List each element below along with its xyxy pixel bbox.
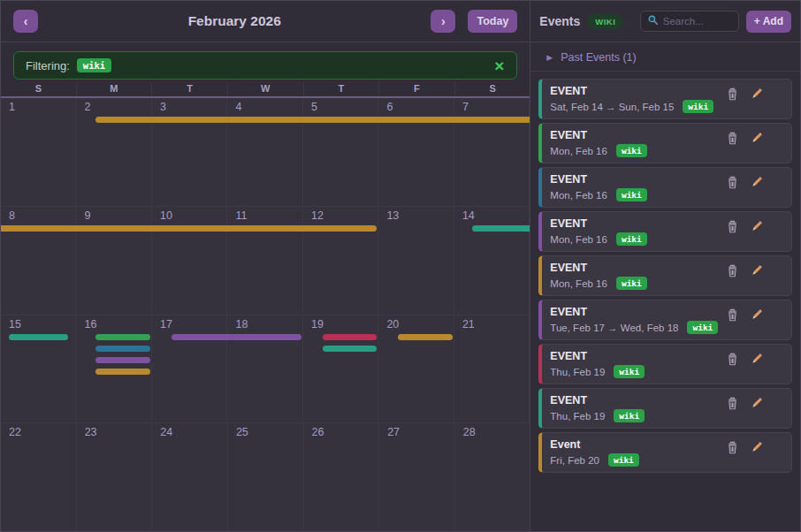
event-tag-chip: wiki — [616, 277, 647, 290]
event-bar[interactable] — [172, 334, 301, 340]
day-cell[interactable]: 26 — [304, 423, 380, 531]
day-cell[interactable]: 8 — [1, 207, 76, 315]
event-bar[interactable] — [323, 346, 377, 352]
day-cell[interactable]: 11 — [227, 207, 302, 315]
event-card[interactable]: EVENT Thu, Feb 19 wiki — [538, 388, 792, 429]
delete-event-icon[interactable] — [726, 176, 739, 189]
event-bar[interactable] — [95, 346, 150, 352]
edit-event-icon[interactable] — [750, 264, 763, 277]
event-bar[interactable] — [472, 225, 530, 232]
day-cell[interactable]: 18 — [227, 315, 302, 423]
filter-tag-chip[interactable]: wiki — [77, 58, 111, 72]
event-card[interactable]: EVENT Sat, Feb 14 → Sun, Feb 15 wiki — [538, 79, 792, 119]
edit-event-icon[interactable] — [750, 308, 763, 322]
event-card[interactable]: EVENT Mon, Feb 16 wiki — [538, 123, 792, 163]
event-list: EVENT Sat, Feb 14 → Sun, Feb 15 wiki EVE… — [530, 72, 800, 531]
day-cell[interactable]: 20 — [378, 315, 454, 423]
weekday-label: T — [304, 82, 380, 96]
day-cell[interactable]: 1 — [1, 98, 76, 206]
day-number: 26 — [304, 423, 379, 438]
event-card-body: EVENT Mon, Feb 16 wiki — [550, 129, 726, 157]
delete-event-icon[interactable] — [726, 397, 739, 410]
edit-event-icon[interactable] — [750, 441, 763, 454]
event-card[interactable]: EVENT Thu, Feb 19 wiki — [538, 344, 792, 384]
sidebar-header: Events WIKI + Add — [530, 1, 800, 42]
event-card[interactable]: EVENT Mon, Feb 16 wiki — [538, 255, 792, 296]
search-input[interactable] — [663, 16, 732, 27]
edit-event-icon[interactable] — [750, 397, 763, 410]
day-cell[interactable]: 17 — [152, 315, 227, 423]
add-event-button[interactable]: + Add — [746, 11, 791, 33]
day-cell[interactable]: 5 — [303, 98, 378, 206]
prev-month-button[interactable]: ‹ — [13, 10, 38, 33]
event-date: Tue, Feb 17 → Wed, Feb 18 — [550, 323, 678, 333]
event-card[interactable]: EVENT Mon, Feb 16 wiki — [538, 211, 792, 252]
day-number: 25 — [228, 423, 303, 438]
event-bar[interactable] — [9, 334, 68, 340]
day-cell[interactable]: 4 — [227, 98, 302, 206]
edit-event-icon[interactable] — [750, 353, 763, 366]
day-cell[interactable]: 25 — [228, 423, 304, 531]
event-card-body: EVENT Mon, Feb 16 wiki — [550, 262, 726, 290]
edit-event-icon[interactable] — [750, 87, 763, 101]
event-bar[interactable] — [95, 369, 150, 375]
day-cell[interactable]: 27 — [379, 423, 455, 531]
event-bar[interactable] — [95, 334, 150, 340]
day-cell[interactable]: 19 — [303, 315, 378, 423]
day-cell[interactable]: 2 — [76, 98, 151, 206]
day-cell[interactable]: 7 — [454, 98, 530, 206]
delete-event-icon[interactable] — [726, 308, 739, 322]
clear-filter-icon[interactable]: × — [493, 57, 505, 74]
day-cell[interactable]: 13 — [378, 207, 454, 315]
delete-event-icon[interactable] — [726, 353, 739, 366]
event-subline: Mon, Feb 16 wiki — [550, 144, 726, 157]
event-card[interactable]: EVENT Mon, Feb 16 wiki — [538, 167, 792, 208]
day-cell[interactable]: 6 — [378, 98, 454, 206]
event-subline: Sat, Feb 14 → Sun, Feb 15 wiki — [550, 100, 726, 113]
day-cell[interactable]: 23 — [77, 423, 153, 531]
day-cell[interactable]: 24 — [152, 423, 228, 531]
weekday-header: SMTWTFS — [1, 82, 530, 98]
edit-event-icon[interactable] — [750, 176, 763, 189]
delete-event-icon[interactable] — [726, 441, 739, 454]
event-bar[interactable] — [95, 117, 530, 123]
edit-event-icon[interactable] — [750, 220, 763, 233]
day-cell[interactable]: 15 — [1, 315, 76, 423]
event-card-actions — [726, 308, 763, 334]
event-card-actions — [726, 132, 763, 157]
event-subline: Thu, Feb 19 wiki — [550, 409, 726, 422]
day-cell[interactable]: 10 — [152, 207, 227, 315]
past-events-toggle[interactable]: ▶ Past Events (1) — [530, 42, 800, 72]
event-card[interactable]: EVENT Tue, Feb 17 → Wed, Feb 18 wiki — [538, 300, 792, 340]
search-input-container[interactable] — [640, 11, 739, 32]
delete-event-icon[interactable] — [726, 132, 739, 145]
day-cell[interactable]: 3 — [152, 98, 227, 206]
event-bar[interactable] — [95, 357, 150, 363]
event-card[interactable]: Event Fri, Feb 20 wiki — [538, 432, 792, 473]
event-bar[interactable] — [398, 334, 453, 340]
today-button[interactable]: Today — [468, 10, 517, 33]
day-cell[interactable]: 28 — [455, 423, 530, 531]
day-number: 13 — [378, 207, 453, 222]
event-tag-chip: wiki — [614, 409, 645, 422]
edit-event-icon[interactable] — [750, 132, 763, 145]
event-card-body: EVENT Thu, Feb 19 wiki — [550, 394, 726, 422]
delete-event-icon[interactable] — [726, 220, 739, 233]
day-number: 9 — [76, 207, 150, 222]
delete-event-icon[interactable] — [726, 87, 739, 101]
event-date: Mon, Feb 16 — [550, 190, 607, 201]
event-card-actions — [726, 176, 763, 201]
next-month-button[interactable]: › — [431, 10, 455, 33]
calendar-week-row: 1234567 — [1, 98, 530, 207]
day-cell[interactable]: 12 — [303, 207, 378, 315]
day-cell[interactable]: 9 — [76, 207, 151, 315]
weekday-label: S — [1, 82, 77, 96]
day-number: 22 — [1, 423, 76, 438]
event-bar[interactable] — [1, 225, 377, 232]
past-events-label: Past Events (1) — [561, 51, 636, 64]
day-cell[interactable]: 14 — [454, 207, 530, 315]
event-bar[interactable] — [323, 334, 377, 340]
day-cell[interactable]: 21 — [454, 315, 530, 423]
delete-event-icon[interactable] — [726, 264, 739, 277]
day-cell[interactable]: 22 — [1, 423, 77, 531]
